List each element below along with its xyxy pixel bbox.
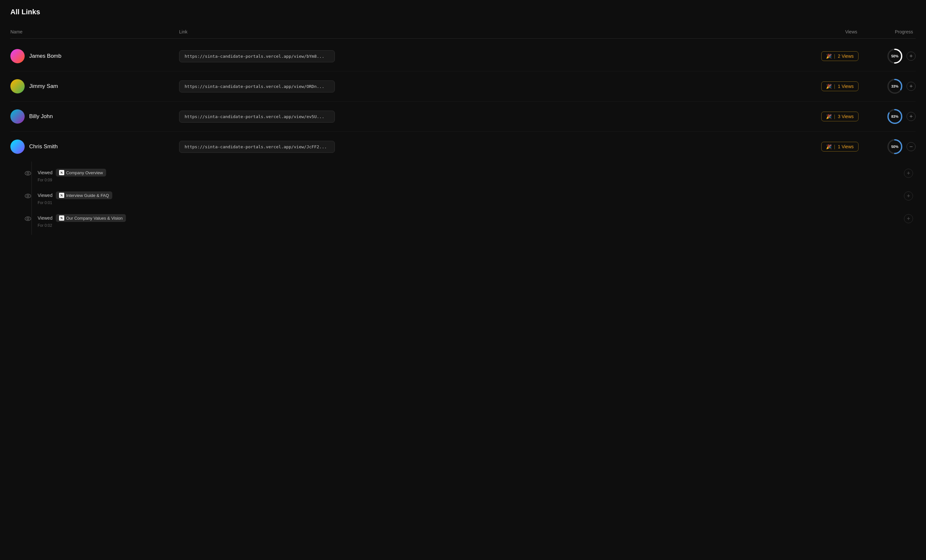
expand-button[interactable]: + [906, 51, 915, 61]
progress-ring: 83% [887, 108, 903, 125]
svg-point-10 [25, 194, 31, 198]
name-cell: Jimmy Sam [11, 79, 179, 94]
table-row: Jimmy Sam https://sinta-candidate-portal… [11, 71, 915, 101]
link-box[interactable]: https://sinta-candidate-portals.vercel.a… [179, 141, 335, 153]
table-row: Billy John https://sinta-candidate-porta… [11, 101, 915, 132]
progress-label: 50% [891, 54, 899, 58]
collapse-button[interactable]: − [906, 142, 915, 151]
svg-point-8 [25, 171, 31, 175]
svg-point-9 [27, 172, 29, 174]
viewed-label: Viewed [38, 193, 53, 198]
detail-row: Viewed N Interview Guide & FAQ For 0:01 … [17, 187, 915, 210]
detail-content: Viewed N Company Overview For 0:09 [38, 169, 904, 182]
views-count: 2 Views [838, 53, 853, 59]
progress-ring: 50% [887, 48, 903, 65]
views-divider: | [834, 84, 835, 89]
progress-cell: 50% + [864, 48, 915, 65]
doc-title: Interview Guide & FAQ [66, 193, 109, 198]
progress-cell: 83% + [864, 108, 915, 125]
views-cell: 🎉 | 1 Views [805, 142, 864, 151]
views-count: 1 Views [838, 84, 853, 89]
person-name: James Bomb [29, 53, 61, 59]
person-name: Chris Smith [29, 144, 58, 150]
name-cell: James Bomb [11, 49, 179, 63]
doc-badge: N Our Company Values & Vision [56, 214, 126, 222]
detail-add-button[interactable]: + [904, 214, 913, 223]
detail-row: Viewed N Company Overview For 0:09 + [17, 164, 915, 187]
progress-ring: 50% [887, 138, 903, 155]
progress-label: 83% [891, 115, 899, 118]
eye-icon [23, 169, 32, 178]
link-box[interactable]: https://sinta-candidate-portals.vercel.a… [179, 110, 335, 123]
party-icon: 🎉 [826, 84, 832, 89]
duration: For 0:02 [38, 223, 904, 228]
detail-viewed-row: Viewed N Company Overview [38, 169, 904, 177]
viewed-label: Viewed [38, 215, 53, 221]
views-cell: 🎉 | 3 Views [805, 112, 864, 121]
person-name: Billy John [29, 113, 53, 120]
link-cell: https://sinta-candidate-portals.vercel.a… [179, 50, 805, 62]
page-title: All Links [11, 8, 915, 16]
progress-label: 33% [891, 84, 899, 88]
views-divider: | [834, 53, 835, 59]
party-icon: 🎉 [826, 53, 832, 59]
header-name: Name [11, 29, 179, 35]
avatar [11, 79, 25, 94]
detail-add-button[interactable]: + [904, 191, 913, 200]
detail-content: Viewed N Our Company Values & Vision For… [38, 214, 904, 228]
svg-point-13 [27, 218, 29, 219]
detail-viewed-row: Viewed N Our Company Values & Vision [38, 214, 904, 222]
party-icon: 🎉 [826, 144, 832, 149]
duration: For 0:01 [38, 200, 904, 205]
progress-cell: 50% − [864, 138, 915, 155]
table-container: Name Link Views Progress James Bomb http… [11, 27, 915, 235]
svg-point-12 [25, 217, 31, 221]
person-name: Jimmy Sam [29, 83, 58, 89]
viewed-label: Viewed [38, 170, 53, 175]
views-cell: 🎉 | 1 Views [805, 82, 864, 91]
detail-content: Viewed N Interview Guide & FAQ For 0:01 [38, 191, 904, 205]
link-cell: https://sinta-candidate-portals.vercel.a… [179, 80, 805, 92]
views-badge[interactable]: 🎉 | 1 Views [821, 142, 858, 151]
views-cell: 🎉 | 2 Views [805, 51, 864, 61]
duration: For 0:09 [38, 178, 904, 182]
doc-badge: N Interview Guide & FAQ [56, 191, 112, 199]
header-link: Link [179, 29, 805, 35]
detail-section: Viewed N Company Overview For 0:09 + [17, 162, 915, 235]
table-header: Name Link Views Progress [11, 27, 915, 39]
eye-icon [23, 214, 32, 223]
progress-ring: 33% [887, 78, 903, 95]
doc-badge: N Company Overview [56, 169, 106, 177]
views-badge[interactable]: 🎉 | 1 Views [821, 82, 858, 91]
eye-icon [23, 191, 32, 200]
avatar [11, 139, 25, 154]
name-cell: Billy John [11, 109, 179, 124]
progress-cell: 33% + [864, 78, 915, 95]
table-row: James Bomb https://sinta-candidate-porta… [11, 41, 915, 71]
link-cell: https://sinta-candidate-portals.vercel.a… [179, 110, 805, 123]
notion-icon: N [59, 170, 64, 175]
detail-viewed-row: Viewed N Interview Guide & FAQ [38, 191, 904, 199]
expand-button[interactable]: + [906, 112, 915, 121]
name-cell: Chris Smith [11, 139, 179, 154]
header-progress: Progress [864, 29, 915, 35]
views-count: 1 Views [838, 144, 853, 149]
link-box[interactable]: https://sinta-candidate-portals.vercel.a… [179, 80, 335, 92]
doc-title: Company Overview [66, 170, 103, 175]
detail-add-button[interactable]: + [904, 169, 913, 178]
expand-button[interactable]: + [906, 82, 915, 91]
detail-action: + [904, 191, 915, 200]
avatar [11, 109, 25, 124]
doc-title: Our Company Values & Vision [66, 216, 123, 221]
views-count: 3 Views [838, 114, 853, 119]
notion-icon: N [59, 193, 64, 198]
views-badge[interactable]: 🎉 | 3 Views [821, 112, 858, 121]
progress-label: 50% [891, 145, 899, 148]
detail-row: Viewed N Our Company Values & Vision For… [17, 210, 915, 232]
header-views: Views [805, 29, 864, 35]
views-badge[interactable]: 🎉 | 2 Views [821, 51, 858, 61]
views-divider: | [834, 144, 835, 149]
link-box[interactable]: https://sinta-candidate-portals.vercel.a… [179, 50, 335, 62]
views-divider: | [834, 114, 835, 119]
notion-icon: N [59, 215, 64, 221]
